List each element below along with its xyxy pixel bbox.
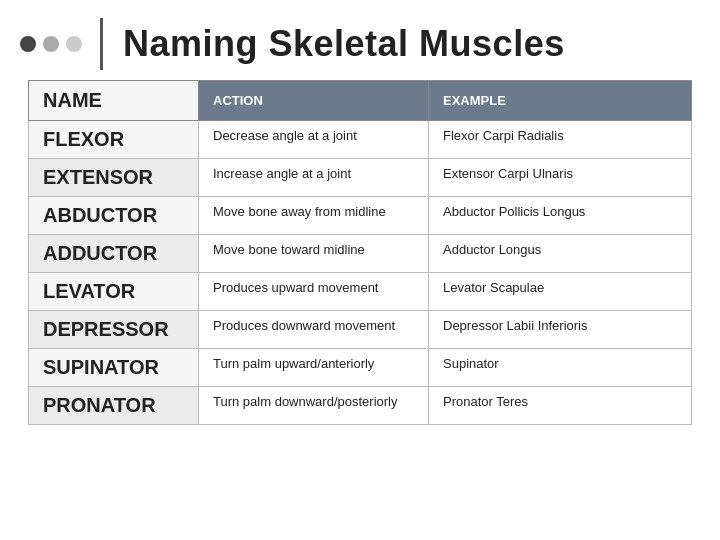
page-title: Naming Skeletal Muscles <box>123 23 565 65</box>
cell-example: Abductor Pollicis Longus <box>429 197 692 235</box>
cell-name: EXTENSOR <box>29 159 199 197</box>
cell-example: Depressor Labii Inferioris <box>429 311 692 349</box>
cell-example: Pronator Teres <box>429 387 692 425</box>
header-divider <box>100 18 103 70</box>
cell-example: Flexor Carpi Radialis <box>429 121 692 159</box>
page-header: Naming Skeletal Muscles <box>0 0 720 80</box>
cell-example: Supinator <box>429 349 692 387</box>
cell-action: Turn palm upward/anteriorly <box>199 349 429 387</box>
table-row: ABDUCTORMove bone away from midlineAbduc… <box>29 197 692 235</box>
table-row: FLEXORDecrease angle at a jointFlexor Ca… <box>29 121 692 159</box>
cell-action: Turn palm downward/posteriorly <box>199 387 429 425</box>
table-row: PRONATORTurn palm downward/posteriorlyPr… <box>29 387 692 425</box>
table-row: EXTENSORIncrease angle at a jointExtenso… <box>29 159 692 197</box>
dot-2 <box>43 36 59 52</box>
table-container: NAME ACTION EXAMPLE FLEXORDecrease angle… <box>0 80 720 435</box>
muscles-table: NAME ACTION EXAMPLE FLEXORDecrease angle… <box>28 80 692 425</box>
cell-example: Extensor Carpi Ulnaris <box>429 159 692 197</box>
cell-example: Adductor Longus <box>429 235 692 273</box>
table-row: DEPRESSORProduces downward movementDepre… <box>29 311 692 349</box>
cell-name: LEVATOR <box>29 273 199 311</box>
cell-name: DEPRESSOR <box>29 311 199 349</box>
cell-name: ADDUCTOR <box>29 235 199 273</box>
col-header-example: EXAMPLE <box>429 81 692 121</box>
cell-name: FLEXOR <box>29 121 199 159</box>
cell-action: Move bone away from midline <box>199 197 429 235</box>
dot-1 <box>20 36 36 52</box>
decorative-dots <box>20 36 82 52</box>
cell-name: SUPINATOR <box>29 349 199 387</box>
table-row: SUPINATORTurn palm upward/anteriorlySupi… <box>29 349 692 387</box>
dot-3 <box>66 36 82 52</box>
col-header-action: ACTION <box>199 81 429 121</box>
table-row: LEVATORProduces upward movementLevator S… <box>29 273 692 311</box>
cell-action: Produces upward movement <box>199 273 429 311</box>
cell-name: PRONATOR <box>29 387 199 425</box>
cell-action: Move bone toward midline <box>199 235 429 273</box>
col-header-name: NAME <box>29 81 199 121</box>
cell-action: Produces downward movement <box>199 311 429 349</box>
cell-action: Increase angle at a joint <box>199 159 429 197</box>
cell-action: Decrease angle at a joint <box>199 121 429 159</box>
table-row: ADDUCTORMove bone toward midlineAdductor… <box>29 235 692 273</box>
cell-example: Levator Scapulae <box>429 273 692 311</box>
cell-name: ABDUCTOR <box>29 197 199 235</box>
